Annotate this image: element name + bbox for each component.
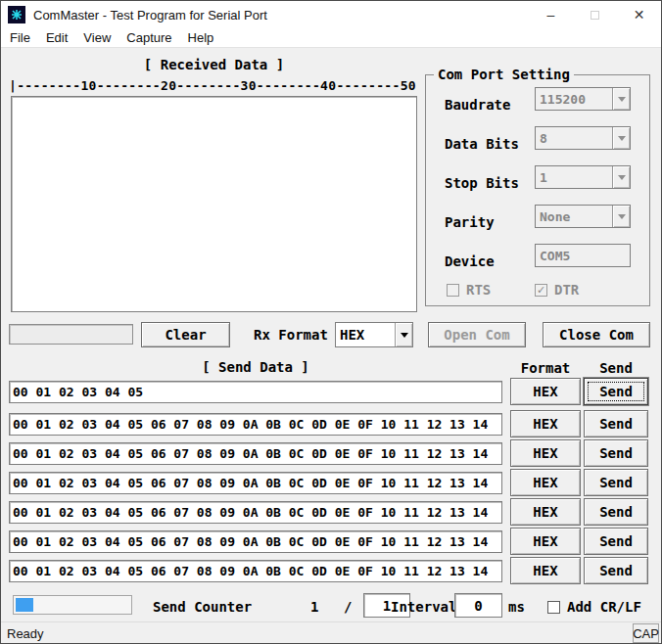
baudrate-label: Baudrate (445, 97, 510, 113)
dropdown-arrow-icon (618, 136, 626, 141)
rx-format-select[interactable]: HEX (335, 322, 413, 347)
send-data-input[interactable] (9, 530, 502, 553)
menu-file[interactable]: File (1, 30, 38, 45)
minimize-button[interactable]: – (529, 1, 573, 28)
open-com-button: Open Com (428, 322, 526, 347)
title-bar: ComMaster - Test Program for Serial Port… (1, 1, 661, 28)
dtr-checkbox: ✓ (535, 284, 547, 297)
send-button[interactable]: Send (584, 498, 648, 526)
dropdown-arrow-icon (618, 97, 626, 102)
parity-label: Parity (445, 214, 495, 230)
add-crlf-row: Add CR/LF (547, 599, 641, 615)
clear-button[interactable]: Clear (141, 322, 230, 347)
hex-format-button[interactable]: HEX (510, 469, 581, 496)
add-crlf-label: Add CR/LF (567, 599, 641, 615)
send-data-title: [ Send Data ] (9, 359, 502, 375)
data-bits-dropdown-button (612, 127, 630, 149)
parity-select: None (535, 205, 631, 228)
stop-bits-select: 1 (535, 165, 631, 189)
send-data-input[interactable] (9, 501, 502, 524)
dtr-label: DTR (554, 282, 579, 298)
parity-dropdown-button (612, 206, 630, 227)
received-data-area[interactable] (11, 96, 417, 312)
hex-format-button[interactable]: HEX (510, 528, 581, 555)
stop-bits-label: Stop Bits (445, 175, 519, 191)
maximize-button (573, 1, 617, 28)
send-progress-bar (13, 595, 132, 615)
hex-format-button[interactable]: HEX (510, 557, 581, 584)
send-data-input[interactable] (9, 472, 502, 494)
add-crlf-checkbox[interactable] (547, 601, 560, 614)
dropdown-arrow-icon (618, 175, 626, 180)
menu-edit[interactable]: Edit (38, 30, 75, 45)
send-counter-label: Send Counter (153, 599, 252, 615)
interval-input[interactable] (454, 593, 502, 618)
dropdown-arrow-icon (401, 333, 408, 338)
send-data-input[interactable] (9, 442, 502, 465)
send-button[interactable]: Send (584, 557, 648, 584)
send-column-header: Send (584, 360, 648, 376)
stop-bits-dropdown-button (612, 166, 630, 188)
menu-capture[interactable]: Capture (118, 30, 179, 45)
device-label: Device (445, 253, 495, 269)
hex-format-button[interactable]: HEX (510, 410, 581, 437)
menu-bar: File Edit View Capture Help (1, 28, 661, 48)
dropdown-arrow-icon (618, 214, 626, 219)
send-data-input[interactable] (9, 413, 502, 436)
close-com-button[interactable]: Close Com (543, 322, 650, 347)
maximize-icon (591, 11, 599, 20)
hex-format-button[interactable]: HEX (510, 439, 581, 467)
device-field (535, 244, 631, 267)
close-button[interactable]: ✕ (617, 1, 661, 28)
send-counter-separator: / (344, 599, 352, 615)
column-ruler: |--------10--------20--------30--------4… (9, 78, 420, 93)
menu-view[interactable]: View (75, 30, 118, 45)
rx-format-label: Rx Format (254, 327, 328, 343)
send-button[interactable]: Send (584, 469, 648, 496)
send-button[interactable]: Send (584, 528, 648, 555)
hex-format-button[interactable]: HEX (510, 378, 581, 405)
rx-count-field (9, 324, 133, 345)
baudrate-dropdown-button (612, 88, 630, 110)
baudrate-select: 115200 (535, 87, 631, 111)
progress-fill (16, 598, 33, 612)
send-counter-current: 1 (310, 599, 318, 615)
received-data-title: [ Received Data ] (11, 57, 417, 72)
ms-label: ms (508, 599, 525, 615)
data-bits-select: 8 (535, 126, 631, 150)
app-window: ComMaster - Test Program for Serial Port… (0, 0, 662, 644)
data-bits-label: Data Bits (445, 136, 519, 152)
status-bar: Ready CAP (1, 621, 661, 643)
status-message: Ready (7, 626, 44, 641)
rts-checkbox-row: RTS (447, 282, 491, 298)
hex-format-button[interactable]: HEX (510, 498, 581, 526)
send-button[interactable]: Send (584, 439, 648, 467)
dtr-checkbox-row: ✓ DTR (535, 282, 579, 298)
send-data-input[interactable] (9, 381, 502, 403)
caps-indicator: CAP (633, 623, 659, 643)
rts-checkbox (447, 284, 459, 297)
send-data-input[interactable] (9, 560, 502, 582)
rx-format-dropdown-button[interactable] (395, 323, 412, 346)
send-button[interactable]: Send (584, 378, 648, 405)
send-button[interactable]: Send (584, 410, 648, 437)
menu-help[interactable]: Help (180, 30, 222, 45)
interval-label: Interval (391, 599, 456, 615)
window-title: ComMaster - Test Program for Serial Port (33, 8, 267, 23)
app-icon (8, 6, 25, 23)
format-column-header: Format (510, 360, 581, 376)
com-port-setting-title: Com Port Setting (434, 67, 574, 82)
rts-label: RTS (466, 282, 491, 298)
